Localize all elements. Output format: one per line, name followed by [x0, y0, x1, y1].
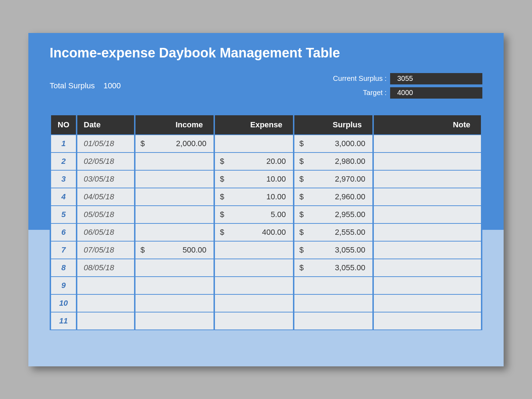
current-surplus-item: Current Surplus : 3055: [333, 73, 482, 84]
col-header-surplus[interactable]: Surplus: [294, 115, 372, 134]
cell-expense[interactable]: $400.00: [215, 224, 293, 241]
current-surplus-value[interactable]: 3055: [390, 73, 482, 84]
cell-income[interactable]: [135, 206, 214, 223]
cell-no[interactable]: 7: [51, 242, 76, 259]
table-row: 10: [51, 295, 481, 312]
cell-note[interactable]: [374, 206, 481, 223]
cell-surplus[interactable]: [294, 295, 372, 312]
header-area: Income-expense Daybook Management Table …: [28, 33, 504, 102]
cell-note[interactable]: [374, 259, 481, 276]
cell-surplus[interactable]: $3,000.00: [294, 135, 372, 152]
cell-expense[interactable]: [215, 242, 293, 259]
col-header-no[interactable]: NO: [51, 115, 76, 134]
cell-note[interactable]: [374, 312, 481, 329]
cell-no[interactable]: 3: [51, 171, 76, 188]
cell-date[interactable]: 05/05/18: [77, 206, 134, 223]
cell-expense[interactable]: [215, 259, 293, 276]
cell-income[interactable]: [135, 259, 214, 276]
cell-date[interactable]: [77, 312, 134, 329]
table-row: 606/05/18$400.00$2,555.00: [51, 224, 481, 241]
cell-income[interactable]: $2,000.00: [135, 135, 214, 152]
table-row: 303/05/18$10.00$2,970.00: [51, 171, 481, 188]
target-item: Target : 4000: [333, 87, 482, 99]
cell-expense[interactable]: [215, 277, 293, 294]
target-value[interactable]: 4000: [390, 87, 482, 99]
col-header-income[interactable]: Income: [135, 115, 214, 134]
cell-no[interactable]: 10: [51, 295, 76, 312]
cell-note[interactable]: [374, 242, 481, 259]
table-row: 101/05/18$2,000.00$3,000.00: [51, 135, 481, 152]
cell-no[interactable]: 5: [51, 206, 76, 223]
cell-income[interactable]: [135, 224, 214, 241]
cell-surplus[interactable]: $2,960.00: [294, 188, 372, 205]
cell-expense[interactable]: [215, 295, 293, 312]
cell-no[interactable]: 8: [51, 259, 76, 276]
target-label: Target :: [363, 89, 387, 97]
cell-no[interactable]: 4: [51, 188, 76, 205]
cell-expense[interactable]: $10.00: [215, 188, 293, 205]
cell-note[interactable]: [374, 224, 481, 241]
cell-income[interactable]: [135, 295, 214, 312]
table-row: 808/05/18$3,055.00: [51, 259, 481, 276]
cell-note[interactable]: [374, 277, 481, 294]
cell-no[interactable]: 6: [51, 224, 76, 241]
cell-note[interactable]: [374, 188, 481, 205]
cell-date[interactable]: [77, 277, 134, 294]
table-header-row: NO Date Income Expense Surplus Note: [51, 115, 481, 134]
table-row: 404/05/18$10.00$2,960.00: [51, 188, 481, 205]
cell-date[interactable]: 03/05/18: [77, 171, 134, 188]
cell-income[interactable]: $500.00: [135, 242, 214, 259]
cell-surplus[interactable]: $2,980.00: [294, 153, 372, 170]
col-header-expense[interactable]: Expense: [215, 115, 293, 134]
summary-row: Total Surplus 1000 Current Surplus : 305…: [50, 73, 482, 99]
cell-no[interactable]: 2: [51, 153, 76, 170]
cell-expense[interactable]: $10.00: [215, 171, 293, 188]
cell-surplus[interactable]: $2,955.00: [294, 206, 372, 223]
right-summary: Current Surplus : 3055 Target : 4000: [333, 73, 482, 99]
cell-income[interactable]: [135, 312, 214, 329]
cell-expense[interactable]: $5.00: [215, 206, 293, 223]
cell-note[interactable]: [374, 295, 481, 312]
cell-income[interactable]: [135, 153, 214, 170]
cell-expense[interactable]: [215, 312, 293, 329]
col-header-note[interactable]: Note: [374, 115, 481, 134]
col-header-date[interactable]: Date: [77, 115, 134, 134]
cell-income[interactable]: [135, 188, 214, 205]
cell-no[interactable]: 11: [51, 312, 76, 329]
spreadsheet-sheet: Income-expense Daybook Management Table …: [28, 33, 504, 366]
cell-date[interactable]: [77, 295, 134, 312]
cell-surplus[interactable]: [294, 312, 372, 329]
cell-surplus[interactable]: [294, 277, 372, 294]
table-body: 101/05/18$2,000.00$3,000.00202/05/18$20.…: [51, 135, 481, 329]
cell-date[interactable]: 07/05/18: [77, 242, 134, 259]
cell-expense[interactable]: [215, 135, 293, 152]
cell-surplus[interactable]: $3,055.00: [294, 259, 372, 276]
total-surplus: Total Surplus 1000: [50, 81, 333, 90]
cell-date[interactable]: 06/05/18: [77, 224, 134, 241]
cell-no[interactable]: 1: [51, 135, 76, 152]
cell-surplus[interactable]: $2,970.00: [294, 171, 372, 188]
cell-date[interactable]: 01/05/18: [77, 135, 134, 152]
table-area: NO Date Income Expense Surplus Note 101/…: [50, 115, 482, 330]
table-row: 707/05/18$500.00$3,055.00: [51, 242, 481, 259]
cell-note[interactable]: [374, 171, 481, 188]
table-row: 505/05/18$5.00$2,955.00: [51, 206, 481, 223]
table-row: 9: [51, 277, 481, 294]
cell-no[interactable]: 9: [51, 277, 76, 294]
cell-date[interactable]: 08/05/18: [77, 259, 134, 276]
cell-note[interactable]: [374, 153, 481, 170]
cell-surplus[interactable]: $2,555.00: [294, 224, 372, 241]
current-surplus-label: Current Surplus :: [333, 74, 387, 83]
cell-note[interactable]: [374, 135, 481, 152]
cell-date[interactable]: 02/05/18: [77, 153, 134, 170]
page-title: Income-expense Daybook Management Table: [50, 45, 482, 61]
total-surplus-label: Total Surplus: [50, 81, 95, 90]
cell-income[interactable]: [135, 171, 214, 188]
table-row: 11: [51, 312, 481, 329]
cell-income[interactable]: [135, 277, 214, 294]
table-row: 202/05/18$20.00$2,980.00: [51, 153, 481, 170]
cell-expense[interactable]: $20.00: [215, 153, 293, 170]
total-surplus-value: 1000: [104, 81, 121, 90]
cell-surplus[interactable]: $3,055.00: [294, 242, 372, 259]
cell-date[interactable]: 04/05/18: [77, 188, 134, 205]
